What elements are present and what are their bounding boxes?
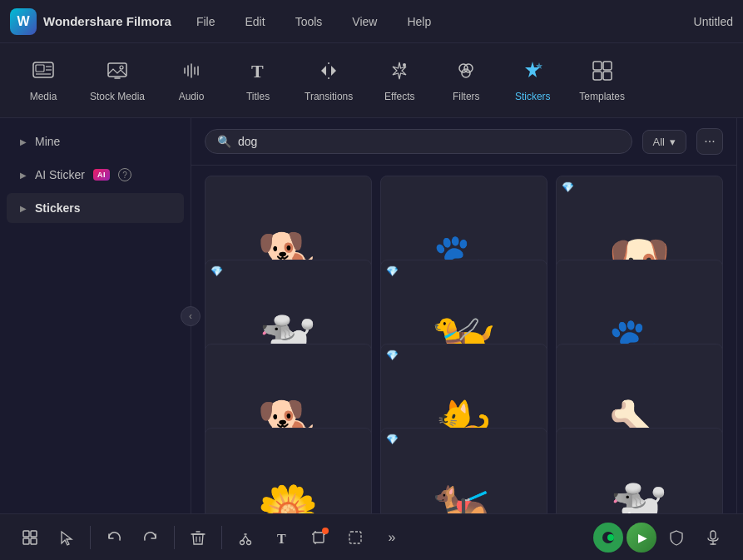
sidebar-collapse-button[interactable]: ‹ <box>181 306 201 326</box>
premium-badge-4: 💎 <box>211 265 223 277</box>
play-icon: ▶ <box>638 531 647 544</box>
svg-rect-16 <box>593 72 602 80</box>
menu-file[interactable]: File <box>191 12 220 32</box>
ai-sticker-arrow: ▶ <box>20 171 27 180</box>
titles-icon: T <box>246 59 270 86</box>
menu-help[interactable]: Help <box>402 12 436 32</box>
undo-button[interactable] <box>97 521 131 554</box>
effects-icon <box>388 59 411 86</box>
sticker-card-12[interactable]: 🐩 ⬇ <box>556 428 723 513</box>
tool-stickers-label: Stickers <box>515 91 551 102</box>
more-icon: ··· <box>704 134 715 149</box>
main-content: ▶ Mine ▶ AI Sticker AI ? ▶ Stickers ‹ 🔍 … <box>0 118 743 513</box>
svg-point-34 <box>607 534 614 541</box>
sidebar-item-mine-label: Mine <box>35 135 60 148</box>
sticker-image-11: 🐕‍🦺 <box>433 482 495 513</box>
tool-audio[interactable]: Audio <box>161 52 221 109</box>
crop-button[interactable] <box>302 521 335 554</box>
cut-button[interactable] <box>229 521 262 554</box>
shield-button[interactable] <box>660 521 693 554</box>
svg-rect-18 <box>23 531 29 537</box>
toolbar-divider-3 <box>221 526 222 549</box>
menu-edit[interactable]: Edit <box>240 12 270 32</box>
search-bar: 🔍 All ▾ ··· <box>191 118 736 166</box>
premium-badge-3: 💎 <box>562 181 574 193</box>
sidebar-item-stickers-label: Stickers <box>35 201 80 215</box>
svg-point-12 <box>464 64 473 72</box>
tool-filters[interactable]: Filters <box>436 52 496 109</box>
stickers-arrow: ▶ <box>20 204 27 213</box>
menu-items: File Edit Tools View Help <box>191 12 694 32</box>
sticker-card-10[interactable]: 🌼 ⬇ <box>205 428 372 513</box>
delete-button[interactable] <box>181 521 215 554</box>
tool-transitions-label: Transitions <box>305 91 353 102</box>
toolbar-divider-1 <box>90 526 91 549</box>
mine-arrow: ▶ <box>20 137 27 146</box>
audio-icon <box>180 59 203 86</box>
sidebar-item-ai-sticker[interactable]: ▶ AI Sticker AI ? <box>7 160 184 190</box>
mic-button[interactable] <box>696 521 730 554</box>
more-tools-button[interactable]: » <box>375 521 409 554</box>
tool-audio-label: Audio <box>179 91 205 102</box>
svg-rect-1 <box>36 65 44 72</box>
menu-tools[interactable]: Tools <box>290 12 328 32</box>
premium-badge-8: 💎 <box>386 349 399 361</box>
bottom-toolbar: T » ▶ <box>0 513 743 560</box>
tool-media[interactable]: Media <box>13 52 73 109</box>
tool-titles[interactable]: T Titles <box>228 52 288 109</box>
search-icon: 🔍 <box>217 135 231 148</box>
svg-rect-5 <box>108 63 126 77</box>
svg-rect-27 <box>314 533 324 543</box>
more-options-button[interactable]: ··· <box>696 128 723 155</box>
tool-transitions[interactable]: Transitions <box>295 52 363 109</box>
text-button[interactable]: T <box>265 521 299 554</box>
svg-text:T: T <box>251 61 264 82</box>
tool-templates[interactable]: Templates <box>569 52 635 109</box>
toolbar-divider-2 <box>174 526 175 549</box>
chevron-right-icon: » <box>389 530 396 545</box>
play-button[interactable]: ▶ <box>627 523 656 553</box>
svg-rect-20 <box>23 538 29 544</box>
tool-effects[interactable]: Effects <box>369 52 429 109</box>
logo-area: W Wondershare Filmora <box>10 8 171 35</box>
svg-point-13 <box>462 69 470 77</box>
content-area: 🔍 All ▾ ··· 🐕 ⬇ 🐾 ⬇ 💎 <box>191 118 736 513</box>
filters-icon <box>454 59 478 86</box>
crop-button-wrap <box>302 521 335 554</box>
sidebar-item-stickers[interactable]: ▶ Stickers <box>7 193 184 223</box>
grid-view-button[interactable] <box>13 521 47 554</box>
tool-stock-media[interactable]: Stock Media <box>80 52 155 109</box>
search-input[interactable] <box>238 135 620 148</box>
svg-rect-14 <box>593 62 602 70</box>
tool-stickers[interactable]: Stickers <box>503 52 562 109</box>
menu-view[interactable]: View <box>347 12 382 32</box>
filter-label: All <box>653 136 665 148</box>
sidebar-item-ai-label: AI Sticker <box>35 168 85 181</box>
cursor-button[interactable] <box>50 521 83 554</box>
svg-rect-15 <box>603 62 612 70</box>
svg-point-6 <box>120 66 123 69</box>
info-icon[interactable]: ? <box>118 168 131 181</box>
stock-media-icon <box>106 59 129 86</box>
search-input-wrap: 🔍 <box>205 129 632 154</box>
tool-stock-label: Stock Media <box>90 91 145 102</box>
mask-button[interactable] <box>339 521 372 554</box>
filter-button[interactable]: All ▾ <box>642 130 686 154</box>
sticker-card-11[interactable]: 💎 🐕‍🦺 ⬇ <box>380 428 547 513</box>
chevron-down-icon: ▾ <box>670 136 676 148</box>
app-logo: W <box>10 8 37 35</box>
sticker-image-10: 🌼 <box>257 482 319 513</box>
sidebar: ▶ Mine ▶ AI Sticker AI ? ▶ Stickers ‹ <box>0 118 191 513</box>
notification-dot <box>322 528 329 534</box>
svg-rect-17 <box>603 72 612 80</box>
premium-badge-5: 💎 <box>386 265 399 277</box>
app-name: Wondershare Filmora <box>43 14 171 28</box>
scrollbar[interactable] <box>736 118 743 513</box>
redo-button[interactable] <box>134 521 167 554</box>
window-title: Untitled <box>694 15 733 28</box>
svg-rect-21 <box>31 538 37 544</box>
svg-rect-19 <box>31 531 37 537</box>
tool-filters-label: Filters <box>453 91 480 102</box>
sidebar-item-mine[interactable]: ▶ Mine <box>7 126 184 156</box>
toggle-button[interactable] <box>593 523 623 553</box>
